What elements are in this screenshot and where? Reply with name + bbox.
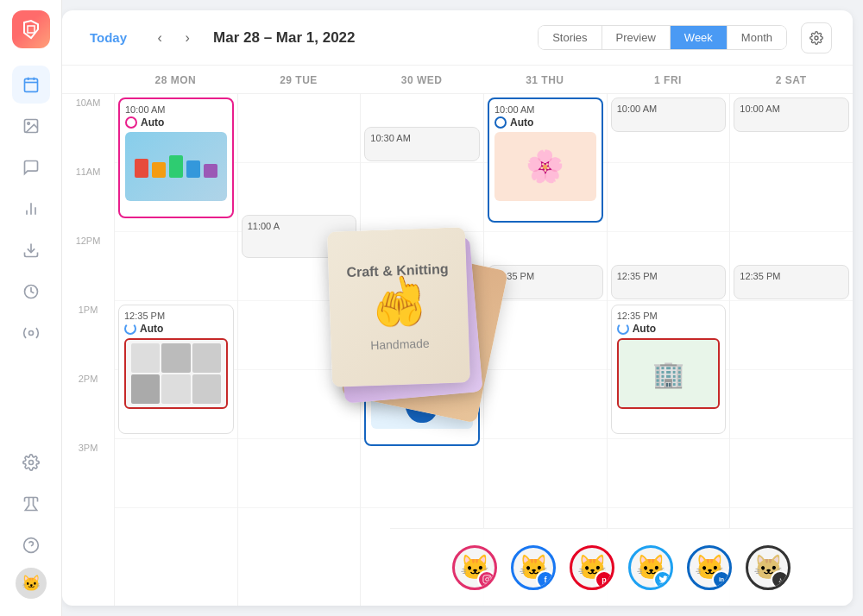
social-item-instagram[interactable]: 🐱: [452, 545, 497, 590]
event-time: 12:35 PM: [740, 271, 843, 281]
svg-point-11: [28, 331, 33, 336]
view-week[interactable]: Week: [671, 26, 728, 49]
event-auto-label: Auto: [617, 323, 721, 335]
social-badge-pinterest: p: [595, 570, 614, 589]
social-badge-linkedin: in: [712, 570, 731, 589]
mon-row-12pm: [115, 232, 237, 301]
svg-point-5: [27, 123, 28, 125]
wed-row-10am: 10:30 AM: [361, 94, 483, 163]
header-gutter: [62, 66, 114, 93]
day-header-tue: 29 TUE: [237, 66, 361, 93]
sidebar-item-analytics[interactable]: [12, 190, 50, 228]
event-thu-10am[interactable]: 10:00 AM Auto 🌸: [488, 97, 603, 223]
app-logo[interactable]: [12, 10, 50, 48]
event-time: 10:30 AM: [370, 133, 474, 143]
fri-row-10am: 10:00 AM: [608, 94, 730, 163]
social-item-facebook[interactable]: 🐱 f: [511, 545, 556, 590]
mon-row-10am: 10:00 AM Auto: [115, 94, 237, 163]
day-header-fri: 1 FRI: [607, 66, 730, 93]
social-badge-tiktok: ♪: [771, 570, 790, 589]
event-mon-10am[interactable]: 10:00 AM Auto: [118, 97, 234, 218]
next-button[interactable]: ›: [175, 26, 199, 50]
day-header-sat: 2 SAT: [729, 66, 853, 93]
fri-row-1pm: 12:35 PM Auto 🏢: [608, 301, 730, 370]
wed-row-1pm: 1:30 PM Auto: [361, 301, 483, 370]
wed-row-12pm: [361, 232, 483, 301]
event-thu-1235pm[interactable]: 12:35 PM: [488, 265, 603, 299]
sidebar-item-download[interactable]: [12, 231, 50, 269]
app-container: 🐱 Today ‹ › Mar 28 – Mar 1, 2022 Stories…: [0, 0, 863, 616]
fri-row-11am: [608, 163, 730, 232]
sat-row-12pm: 12:35 PM: [730, 232, 853, 301]
svg-point-12: [28, 461, 33, 465]
sidebar-bottom: 🐱: [12, 443, 50, 599]
thu-row-3pm: [484, 439, 607, 508]
social-avatar-instagram: 🐱: [452, 545, 497, 590]
social-badge-facebook: f: [536, 570, 555, 589]
view-stories[interactable]: Stories: [539, 26, 602, 49]
fri-row-3pm: [608, 439, 730, 508]
event-mon-1235pm[interactable]: 12:35 PM Auto: [118, 305, 234, 434]
event-time: 10:00 AM: [125, 104, 227, 115]
sidebar-item-chat[interactable]: [12, 148, 50, 186]
event-time: 1:30 PM: [371, 341, 473, 351]
event-time: 12:35 PM: [617, 271, 721, 281]
event-auto-label: Auto: [371, 353, 473, 365]
social-item-pinterest[interactable]: 🐱 p: [570, 545, 614, 590]
thu-row-10am: 10:00 AM Auto 🌸: [484, 94, 607, 163]
sidebar-item-help[interactable]: [12, 526, 50, 564]
thu-row-2pm: [484, 370, 607, 439]
event-sat-1235pm[interactable]: 12:35 PM: [734, 265, 849, 299]
event-image-mon: [125, 132, 227, 201]
svg-rect-0: [24, 79, 37, 91]
today-button[interactable]: Today: [83, 27, 134, 48]
header: Today ‹ › Mar 28 – Mar 1, 2022 Stories P…: [62, 10, 853, 66]
time-12pm: 12PM: [62, 232, 114, 301]
sidebar-item-schedule[interactable]: [12, 273, 50, 311]
time-11am: 11AM: [62, 163, 114, 232]
social-badge-twitter: [653, 570, 672, 589]
sidebar-item-images[interactable]: [12, 107, 50, 145]
social-avatar-tiktok: 🐱 ♪: [746, 545, 791, 590]
sidebar-item-settings[interactable]: [12, 443, 50, 481]
view-buttons: Stories Preview Week Month: [538, 25, 787, 50]
view-month[interactable]: Month: [728, 26, 786, 49]
view-preview[interactable]: Preview: [602, 26, 671, 49]
wed-row-11am: [361, 163, 483, 232]
event-wed-130pm[interactable]: 1:30 PM Auto: [364, 334, 480, 446]
fri-row-12pm: 12:35 PM: [608, 232, 730, 301]
event-tue-11am[interactable]: 11:00 A: [242, 215, 357, 258]
auto-icon: [617, 323, 629, 335]
social-avatar-facebook: 🐱 f: [511, 545, 556, 590]
thu-row-12pm: 12:35 PM: [484, 232, 607, 301]
calendar-settings-button[interactable]: [801, 22, 832, 53]
social-item-tiktok[interactable]: 🐱 ♪: [746, 545, 791, 590]
event-wed-1030am[interactable]: 10:30 AM: [364, 127, 480, 161]
sidebar-item-lab[interactable]: [12, 485, 50, 523]
sidebar-item-calendar[interactable]: [12, 66, 50, 104]
sidebar-item-automation[interactable]: [12, 314, 50, 352]
sidebar: 🐱: [0, 0, 62, 616]
event-auto-label: Auto: [494, 116, 596, 129]
social-item-twitter[interactable]: 🐱: [628, 545, 673, 590]
event-fri-10am[interactable]: 10:00 AM: [611, 97, 727, 132]
event-fri-1235pm[interactable]: 12:35 PM: [611, 265, 727, 299]
mon-row-3pm: [115, 439, 237, 508]
tue-row-1pm: [238, 301, 361, 370]
prev-button[interactable]: ‹: [148, 26, 172, 50]
time-10am: 10AM: [62, 94, 114, 163]
social-item-linkedin[interactable]: 🐱 in: [687, 545, 732, 590]
day-column-tue: 11:00 A: [237, 94, 361, 606]
event-time: 11:00 A: [248, 221, 351, 231]
sat-row-10am: 10:00 AM: [730, 94, 853, 163]
day-header-mon: 28 MON: [114, 66, 237, 93]
event-time: 10:00 AM: [494, 104, 596, 115]
event-fri-auto[interactable]: 12:35 PM Auto 🏢: [611, 305, 727, 434]
event-time: 12:35 PM: [617, 311, 721, 321]
event-time: 12:35 PM: [124, 311, 228, 321]
time-1pm: 1PM: [62, 301, 114, 370]
user-avatar[interactable]: 🐱: [16, 568, 47, 599]
event-time: 12:35 PM: [494, 271, 597, 281]
event-sat-10am[interactable]: 10:00 AM: [734, 97, 849, 132]
day-header-wed: 30 WED: [360, 66, 483, 93]
